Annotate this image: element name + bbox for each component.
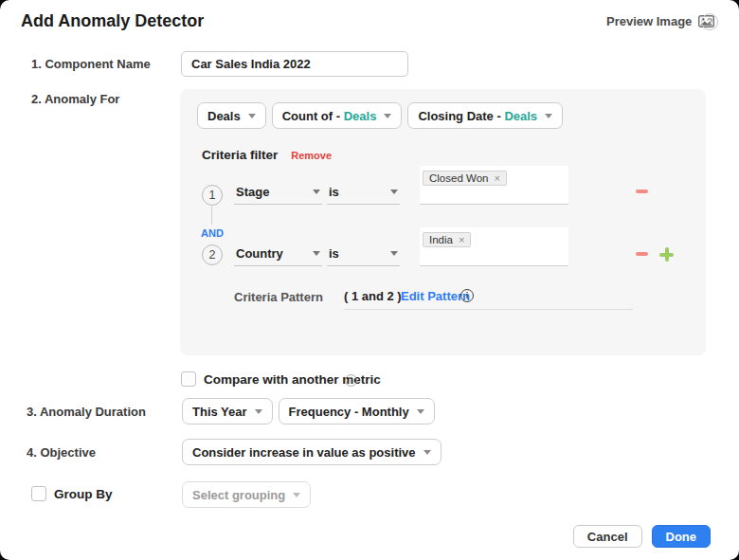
add-row-button[interactable] [659,247,674,262]
criteria-filter-header: Criteria filter Remove [202,148,332,162]
criteria-operator-label: is [329,246,339,261]
page-title: Add Anomaly Detector [21,11,204,31]
criteria-pattern-label: Criteria Pattern [234,290,323,304]
done-button[interactable]: Done [652,525,712,548]
aggregate-dropdown[interactable]: Count of - Deals [272,102,403,129]
chevron-down-icon [417,409,424,414]
anomaly-metric-panel: Deals Count of - Deals Closing Date - De… [180,89,706,355]
criteria-row-number: 2 [202,244,223,265]
criteria-values-box[interactable]: Closed Won × [420,166,568,205]
value-chip-label: India [429,234,453,245]
chevron-down-icon [384,114,391,118]
and-conjunction-label: AND [199,227,225,239]
date-field-dropdown[interactable]: Closing Date - Deals [407,102,563,129]
base-table-label: Deals [207,109,241,123]
component-name-label: 1. Component Name [31,57,151,71]
chevron-down-icon [313,251,320,256]
value-chip-label: Closed Won [429,172,488,184]
chevron-down-icon [248,114,256,118]
frequency-label: Frequency - Monthly [289,405,409,419]
chip-remove-icon[interactable]: × [459,235,464,245]
criteria-values-box[interactable]: India × [420,227,568,266]
chevron-down-icon [293,493,300,497]
group-by-checkbox[interactable] [31,486,46,501]
compare-info-icon[interactable]: i [345,374,357,387]
criteria-filter-title: Criteria filter [202,148,278,162]
criteria-field-select[interactable]: Country [234,244,322,266]
help-icon[interactable]: ? [701,13,718,30]
grouping-placeholder: Select grouping [192,488,285,502]
preview-image-button[interactable]: Preview Image [606,14,714,28]
edit-pattern-link[interactable]: Edit Pattern [401,289,470,303]
compare-metric-checkbox[interactable] [181,371,196,387]
anomaly-for-label: 2. Anomaly For [31,92,119,106]
component-name-input[interactable] [181,51,408,77]
pattern-underline [344,309,633,310]
objective-label: 4. Objective [27,445,96,460]
frequency-dropdown[interactable]: Frequency - Monthly [279,398,435,425]
footer-actions: Cancel Done [573,525,711,548]
remove-row-button[interactable] [636,190,648,193]
criteria-field-select[interactable]: Stage [234,182,322,205]
group-by-controls: Select grouping [182,481,311,508]
criteria-row-number: 1 [202,185,223,206]
criteria-operator-select[interactable]: is [327,244,400,266]
remove-row-button[interactable] [636,252,648,256]
duration-period-label: This Year [192,405,247,419]
duration-period-dropdown[interactable]: This Year [182,398,273,425]
pattern-info-icon[interactable]: i [460,289,474,302]
metric-dropdown-row: Deals Count of - Deals Closing Date - De… [197,102,563,129]
connector-line [211,207,212,225]
date-field-label: Closing Date - Deals [418,109,537,123]
criteria-operator-select[interactable]: is [327,182,400,205]
criteria-field-label: Stage [236,185,269,199]
anomaly-duration-label: 3. Anomaly Duration [27,405,146,419]
value-chip: Closed Won × [423,171,507,186]
objective-controls: Consider increase in value as positive [182,439,442,465]
chevron-down-icon [545,114,552,118]
chevron-down-icon [390,190,398,194]
preview-image-label: Preview Image [606,14,692,28]
anomaly-duration-controls: This Year Frequency - Monthly [182,398,435,425]
remove-criteria-link[interactable]: Remove [291,150,332,161]
value-chip: India × [423,232,471,247]
grouping-dropdown[interactable]: Select grouping [182,481,311,508]
criteria-pattern-value: ( 1 and 2 ) [344,289,402,303]
add-anomaly-detector-dialog: Add Anomaly Detector Preview Image ? 1. … [0,0,739,560]
aggregate-label: Count of - Deals [282,109,377,123]
cancel-button[interactable]: Cancel [573,525,642,548]
chip-remove-icon[interactable]: × [494,173,499,184]
chevron-down-icon [313,190,320,194]
criteria-operator-label: is [329,185,339,199]
chevron-down-icon [255,409,262,414]
group-by-label: Group By [54,487,113,501]
objective-dropdown[interactable]: Consider increase in value as positive [182,439,442,465]
chevron-down-icon [390,251,398,256]
objective-value-label: Consider increase in value as positive [192,445,416,460]
criteria-field-label: Country [236,246,283,261]
base-table-dropdown[interactable]: Deals [197,102,266,129]
chevron-down-icon [424,450,431,455]
